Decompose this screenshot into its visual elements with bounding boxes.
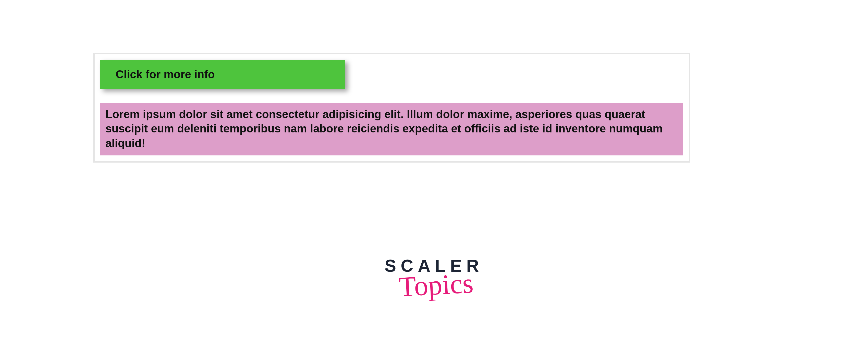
more-info-button[interactable]: Click for more info [100, 60, 345, 89]
demo-container: Click for more info Lorem ipsum dolor si… [93, 53, 690, 163]
scaler-topics-logo: SCALER Topics [0, 256, 868, 299]
logo-line-2: Topics [398, 269, 474, 301]
info-panel: Lorem ipsum dolor sit amet consectetur a… [100, 103, 683, 156]
